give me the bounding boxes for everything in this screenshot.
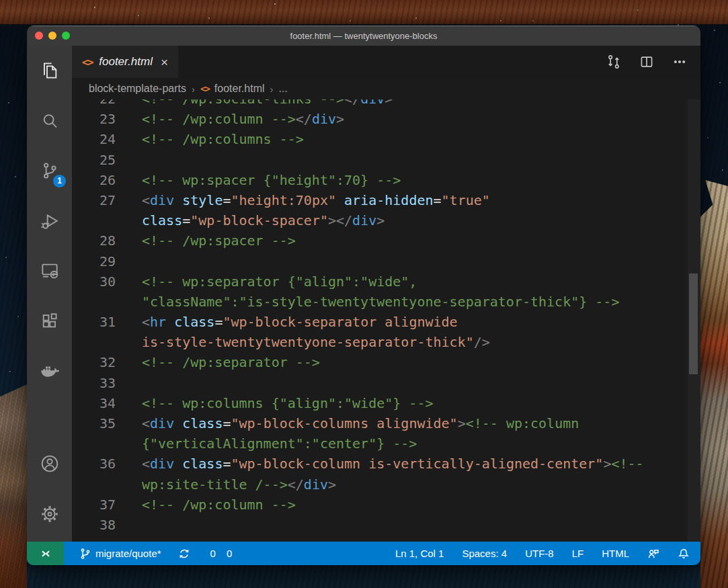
line-number: 32 — [72, 352, 116, 372]
code-editor[interactable]: 22<!-- /wp:social-links --></div>23<!-- … — [72, 99, 700, 542]
line-number: 27 — [72, 190, 116, 210]
feedback-button[interactable] — [647, 548, 659, 560]
remote-explorer-icon[interactable] — [27, 246, 72, 296]
sync-button[interactable] — [178, 548, 190, 560]
line-number: 25 — [72, 150, 116, 170]
line-number: 22 — [72, 99, 116, 109]
docker-icon[interactable] — [27, 346, 72, 396]
html-file-icon: <> — [200, 83, 209, 94]
branch-label: migrate/quote* — [95, 548, 161, 559]
code-line: 23<!-- /wp:column --></div> — [72, 109, 700, 129]
close-window-button[interactable] — [35, 32, 43, 40]
code-line: 38 — [72, 515, 700, 535]
tab-bar: <> footer.html × — [72, 46, 700, 78]
line-number — [72, 433, 116, 454]
line-number: 34 — [72, 393, 116, 413]
code-line: 33 — [72, 373, 700, 393]
open-changes-icon[interactable] — [606, 54, 621, 69]
code-line-text — [116, 251, 142, 271]
feedback-icon — [647, 548, 659, 560]
code-line-text: <!-- /wp:column --></div> — [116, 109, 344, 129]
breadcrumb-folder[interactable]: block-template-parts — [89, 83, 186, 95]
language-mode-label: HTML — [602, 548, 629, 559]
code-line: 24<!-- /wp:columns --> — [72, 129, 700, 149]
code-line: 29 — [72, 251, 700, 271]
line-number — [72, 474, 116, 495]
search-icon[interactable] — [27, 96, 72, 146]
code-line: {"verticalAlignment":"center"} --> — [72, 433, 700, 454]
git-branch-icon — [79, 548, 91, 560]
code-line-text: <!-- wp:spacer {"height":70} --> — [116, 170, 401, 190]
more-actions-icon[interactable] — [672, 54, 687, 69]
code-line: 27<div style="height:70px" aria-hidden="… — [72, 190, 700, 210]
code-line-text: <!-- /wp:separator --> — [116, 352, 320, 372]
line-number: 23 — [72, 109, 116, 129]
code-line-text: "className":"is-style-twentytwentyone-se… — [116, 292, 619, 312]
titlebar[interactable]: footer.html — twentytwentyone-blocks — [27, 26, 700, 46]
html-file-icon: <> — [82, 56, 92, 69]
notifications-bell[interactable] — [678, 548, 690, 560]
remote-indicator[interactable] — [27, 542, 64, 565]
line-number: 33 — [72, 373, 116, 393]
bell-icon — [678, 548, 690, 560]
code-line: 37<!-- /wp:column --> — [72, 495, 700, 515]
code-line-text: {"verticalAlignment":"center"} --> — [116, 433, 417, 454]
code-line: "className":"is-style-twentytwentyone-se… — [72, 292, 700, 312]
rock-ground-bottom — [0, 0, 728, 24]
remote-icon — [39, 547, 52, 560]
code-line: 25 — [72, 150, 700, 170]
code-line-text: <div class="wp-block-column is-verticall… — [116, 454, 644, 474]
line-number: 36 — [72, 454, 116, 474]
encoding-label: UTF-8 — [525, 548, 554, 559]
cursor-position-label: Ln 1, Col 1 — [395, 548, 444, 559]
explorer-icon[interactable] — [27, 46, 72, 96]
problems-status[interactable]: 0 0 — [207, 548, 233, 559]
accounts-icon[interactable] — [27, 439, 72, 489]
breadcrumb-file[interactable]: footer.html — [214, 83, 265, 95]
split-editor-icon[interactable] — [639, 54, 654, 69]
code-line-text — [116, 373, 142, 393]
cursor-position-status[interactable]: Ln 1, Col 1 — [395, 548, 444, 559]
encoding-status[interactable]: UTF-8 — [525, 548, 554, 559]
code-line-text: <!-- wp:columns {"align":"wide"} --> — [116, 393, 433, 413]
indentation-label: Spaces: 4 — [462, 548, 507, 559]
branch-status[interactable]: migrate/quote* — [79, 548, 161, 560]
extensions-icon[interactable] — [27, 296, 72, 347]
code-line: wp:site-title /--></div> — [72, 474, 700, 495]
status-bar: migrate/quote* 0 0 Ln 1, Col 1 Spaces: 4 — [27, 542, 700, 565]
code-line: 28<!-- /wp:spacer --> — [72, 230, 700, 251]
close-tab-icon[interactable]: × — [161, 56, 168, 69]
vscode-window: footer.html — twentytwentyone-blocks 1 — [27, 26, 700, 565]
source-control-icon[interactable]: 1 — [27, 146, 72, 196]
code-line: 36<div class="wp-block-column is-vertica… — [72, 454, 700, 474]
settings-gear-icon[interactable] — [27, 489, 72, 540]
language-mode-status[interactable]: HTML — [602, 548, 629, 559]
warnings-count: 0 — [227, 548, 232, 559]
scrollbar[interactable] — [688, 99, 700, 542]
chevron-right-icon: › — [192, 83, 195, 95]
code-line: 35<div class="wp-block-columns alignwide… — [72, 413, 700, 433]
chevron-right-icon: › — [270, 83, 274, 95]
line-number — [72, 210, 116, 230]
eol-label: LF — [572, 548, 584, 559]
traffic-lights — [35, 26, 70, 46]
code-line-text: class="wp-block-spacer"></div> — [116, 210, 385, 230]
code-line: is-style-twentytwentyone-separator-thick… — [72, 332, 700, 352]
window-title: footer.html — twentytwentyone-blocks — [27, 31, 700, 41]
line-number: 24 — [72, 129, 116, 149]
line-number: 29 — [72, 251, 116, 271]
indentation-status[interactable]: Spaces: 4 — [462, 548, 507, 559]
code-line-text: <!-- /wp:spacer --> — [116, 230, 296, 251]
zoom-window-button[interactable] — [62, 32, 70, 40]
line-number: 37 — [72, 495, 116, 515]
scrollbar-thumb[interactable] — [689, 274, 698, 374]
line-number: 35 — [72, 413, 116, 433]
breadcrumb-symbol-more[interactable]: ... — [279, 83, 288, 95]
activity-bar-spacer — [27, 396, 72, 439]
code-line: 30<!-- wp:separator {"align":"wide", — [72, 271, 700, 292]
eol-status[interactable]: LF — [572, 548, 584, 559]
tab-footer-html[interactable]: <> footer.html × — [72, 46, 178, 78]
minimize-window-button[interactable] — [48, 32, 56, 40]
run-debug-icon[interactable] — [27, 196, 72, 247]
errors-count: 0 — [210, 548, 216, 559]
